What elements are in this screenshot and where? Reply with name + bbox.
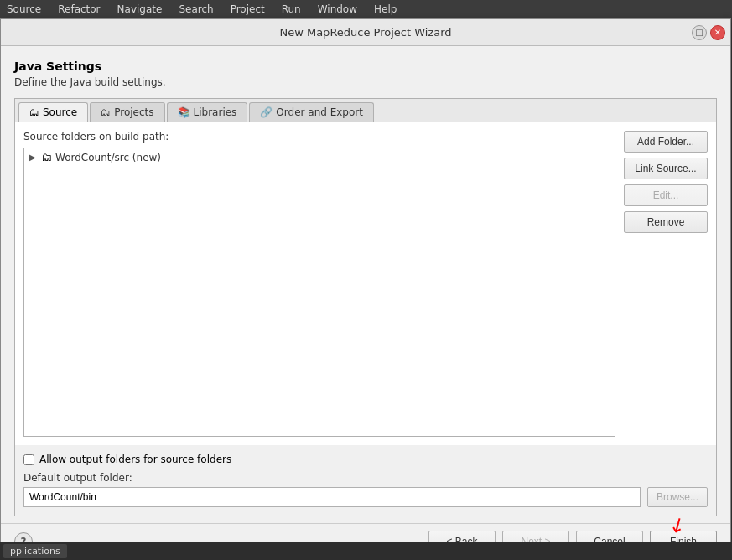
menu-help[interactable]: Help bbox=[371, 2, 400, 17]
add-folder-button[interactable]: Add Folder... bbox=[624, 131, 708, 153]
allow-output-row: Allow output folders for source folders bbox=[23, 454, 708, 465]
menu-search[interactable]: Search bbox=[175, 2, 216, 17]
projects-tab-icon: 🗂 bbox=[101, 106, 111, 118]
tab-libraries[interactable]: 📚 Libraries bbox=[167, 102, 248, 122]
menu-project[interactable]: Project bbox=[227, 2, 268, 17]
action-buttons: Add Folder... Link Source... Edit... Rem… bbox=[624, 131, 708, 437]
bottom-section: Allow output folders for source folders … bbox=[15, 445, 716, 516]
allow-output-label: Allow output folders for source folders bbox=[39, 454, 231, 465]
tree-item-wordcount-src[interactable]: ▶ 🗂 WordCount/src (new) bbox=[24, 148, 615, 166]
page-subtitle: Define the Java build settings. bbox=[14, 76, 717, 88]
browse-button[interactable]: Browse... bbox=[647, 487, 708, 507]
remove-button[interactable]: Remove bbox=[624, 211, 708, 233]
menu-source[interactable]: Source bbox=[3, 2, 44, 17]
menu-window[interactable]: Window bbox=[314, 2, 361, 17]
output-folder-input[interactable] bbox=[23, 487, 641, 507]
tab-projects[interactable]: 🗂 Projects bbox=[90, 102, 164, 122]
source-tab-icon: 🗂 bbox=[29, 106, 39, 118]
dialog-window: New MapReduce Project Wizard □ ✕ Java Se… bbox=[0, 18, 731, 560]
tab-order-export[interactable]: 🔗 Order and Export bbox=[249, 102, 374, 122]
window-controls: □ ✕ bbox=[692, 25, 725, 40]
output-folder-row: Default output folder: Browse... bbox=[23, 472, 708, 507]
tab-libraries-label: Libraries bbox=[194, 106, 237, 118]
output-folder-input-row: Browse... bbox=[23, 487, 708, 507]
taskbar-item[interactable]: pplications bbox=[3, 544, 67, 558]
dialog-content: Java Settings Define the Java build sett… bbox=[1, 46, 730, 523]
source-folders-label: Source folders on build path: bbox=[23, 131, 615, 143]
allow-output-checkbox[interactable] bbox=[23, 454, 34, 465]
tab-bar: 🗂 Source 🗂 Projects 📚 Libraries 🔗 Order … bbox=[15, 99, 716, 122]
close-button[interactable]: ✕ bbox=[710, 25, 725, 40]
source-folders-section: Source folders on build path: ▶ 🗂 WordCo… bbox=[23, 131, 615, 437]
page-title: Java Settings bbox=[14, 60, 717, 73]
tab-order-label: Order and Export bbox=[276, 106, 363, 118]
libraries-tab-icon: 📚 bbox=[178, 106, 190, 118]
taskbar: pplications bbox=[0, 542, 732, 560]
folder-icon: 🗂 bbox=[41, 151, 52, 163]
dialog-title: New MapReduce Project Wizard bbox=[279, 26, 451, 39]
tab-source-label: Source bbox=[43, 106, 77, 118]
order-tab-icon: 🔗 bbox=[260, 106, 273, 118]
tree-item-label: WordCount/src (new) bbox=[55, 152, 161, 163]
minimize-button[interactable]: □ bbox=[692, 25, 707, 40]
tab-projects-label: Projects bbox=[114, 106, 153, 118]
menu-navigate[interactable]: Navigate bbox=[114, 2, 166, 17]
tree-arrow-icon: ▶ bbox=[29, 153, 38, 162]
output-folder-label: Default output folder: bbox=[23, 472, 708, 484]
source-tree[interactable]: ▶ 🗂 WordCount/src (new) bbox=[23, 148, 615, 437]
tab-container: 🗂 Source 🗂 Projects 📚 Libraries 🔗 Order … bbox=[14, 98, 717, 516]
edit-button[interactable]: Edit... bbox=[624, 184, 708, 206]
title-bar: New MapReduce Project Wizard □ ✕ bbox=[1, 19, 730, 46]
tab-source[interactable]: 🗂 Source bbox=[18, 102, 88, 122]
menu-bar: Source Refactor Navigate Search Project … bbox=[0, 0, 732, 18]
tab-content-source: Source folders on build path: ▶ 🗂 WordCo… bbox=[15, 122, 716, 445]
link-source-button[interactable]: Link Source... bbox=[624, 158, 708, 179]
menu-run[interactable]: Run bbox=[278, 2, 304, 17]
menu-refactor[interactable]: Refactor bbox=[55, 2, 103, 17]
